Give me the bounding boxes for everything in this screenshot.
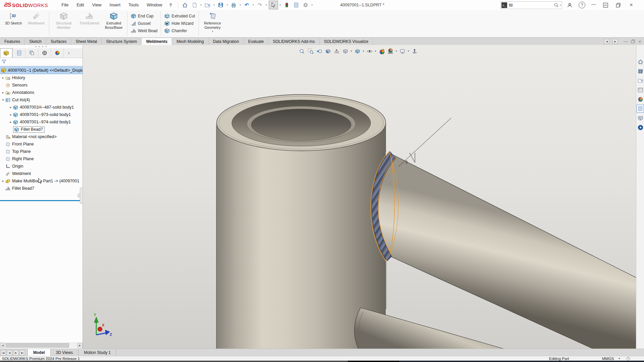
tab-model[interactable]: Model xyxy=(28,349,51,356)
expand-arrow[interactable]: ▸ xyxy=(1,179,5,183)
tree-item-origin[interactable]: Origin xyxy=(0,163,83,170)
close-window-button[interactable]: × xyxy=(628,0,635,10)
view-orientation-icon[interactable] xyxy=(341,47,350,55)
settings-dropdown-caret[interactable]: ▾ xyxy=(311,4,314,6)
weld-annotation[interactable]: 3 xyxy=(398,118,451,167)
search-box[interactable]: >_ ▾ xyxy=(500,1,562,9)
design-library-icon[interactable] xyxy=(637,67,644,75)
tree-item-annotations[interactable]: ▸Annotations xyxy=(0,89,83,96)
search-icon[interactable] xyxy=(554,3,559,8)
collapse-pane-left-icon[interactable]: ◀ xyxy=(604,39,609,44)
section-view-icon[interactable] xyxy=(324,47,332,55)
tree-item-cut-list[interactable]: ▾Cut list(4) xyxy=(0,96,83,104)
menu-window[interactable]: Window xyxy=(143,0,166,10)
taskpane-home-icon[interactable] xyxy=(637,58,644,66)
home-button[interactable] xyxy=(181,1,190,9)
tree-item-top-plane[interactable]: Top Plane xyxy=(0,148,83,155)
tree-item-solid-body-1[interactable]: ▸40097001H--487-solid body1 xyxy=(0,104,83,111)
trim-extend-button[interactable]: Trim/Extend xyxy=(77,10,102,37)
apply-scene-icon[interactable] xyxy=(386,47,394,55)
weldment-button[interactable]: Weldment xyxy=(25,10,48,37)
pin-menu-icon[interactable] xyxy=(166,1,175,9)
doc-minimize-button[interactable]: — xyxy=(624,39,628,44)
tab-mesh-modeling[interactable]: Mesh Modeling xyxy=(172,38,208,45)
previous-view-icon[interactable] xyxy=(315,47,323,55)
branch-pipe-body[interactable] xyxy=(376,153,636,349)
new-dropdown-caret[interactable]: ▾ xyxy=(200,4,203,6)
rebuild-button[interactable] xyxy=(282,1,291,9)
units-caret-icon[interactable]: ▲ xyxy=(618,357,621,359)
search-input[interactable] xyxy=(507,3,554,8)
settings-button[interactable] xyxy=(301,1,310,9)
tree-item-right-plane[interactable]: Right Plane xyxy=(0,155,83,163)
tab-motion-study-1[interactable]: Motion Study 1 xyxy=(78,349,116,356)
model-3d-view[interactable]: 3 Y X Z xyxy=(83,45,636,349)
rollback-bar[interactable] xyxy=(0,200,82,201)
graphics-viewport[interactable]: 3 Y X Z A ▾ ▾ ▾ ▾ xyxy=(83,45,636,349)
tab-solidworks-add-ins[interactable]: SOLIDWORKS Add-Ins xyxy=(268,38,319,45)
tab-features[interactable]: Features xyxy=(0,38,25,45)
undo-dropdown-caret[interactable]: ▾ xyxy=(252,4,255,6)
expand-arrow[interactable]: ▸ xyxy=(8,106,13,109)
select-dropdown-caret[interactable]: ▾ xyxy=(279,4,282,6)
filter-icon[interactable] xyxy=(1,59,7,64)
chamfer-button[interactable]: Chamfer xyxy=(162,27,197,35)
units-selector[interactable]: MMGS xyxy=(602,357,614,361)
zoom-to-area-icon[interactable] xyxy=(306,47,315,55)
zoom-to-fit-icon[interactable] xyxy=(298,47,306,55)
scroll-right-icon[interactable]: ▶ xyxy=(77,343,83,348)
tag-icon[interactable] xyxy=(626,356,631,361)
display-style-icon[interactable] xyxy=(353,47,362,55)
expand-panel-tabs-icon[interactable]: › xyxy=(64,48,74,58)
custom-properties-icon[interactable] xyxy=(637,105,644,113)
solidworks-cam-icon[interactable] xyxy=(637,123,644,131)
minimize-window-button[interactable]: — xyxy=(590,0,597,9)
expand-arrow[interactable]: ▸ xyxy=(1,91,5,94)
select-tool-button[interactable] xyxy=(269,1,278,9)
scrollbar-thumb[interactable] xyxy=(6,343,69,348)
tree-filter-row[interactable] xyxy=(0,58,83,66)
view-settings-icon[interactable] xyxy=(398,47,407,55)
open-dropdown-caret[interactable]: ▾ xyxy=(213,4,216,6)
search-dropdown-caret[interactable]: ▾ xyxy=(559,4,562,7)
reference-geometry-button[interactable]: Reference Geometry ▾ xyxy=(200,10,225,37)
doc-close-button[interactable]: × xyxy=(638,39,641,44)
structural-member-button[interactable]: Structural Member xyxy=(51,10,77,37)
collapse-arrow[interactable]: ▾ xyxy=(1,98,5,102)
tab-sketch[interactable]: Sketch xyxy=(25,38,46,45)
menu-insert[interactable]: Insert xyxy=(106,0,125,10)
solidworks-forum-icon[interactable] xyxy=(637,114,644,122)
tree-item-history[interactable]: ▸History xyxy=(0,74,83,81)
tab-3d-views[interactable]: 3D Views xyxy=(51,349,78,356)
menu-edit[interactable]: Edit xyxy=(72,0,88,10)
last-tab-icon[interactable]: ▶| xyxy=(19,350,25,356)
save-dropdown-caret[interactable]: ▾ xyxy=(226,4,229,6)
scroll-left-icon[interactable]: ◀ xyxy=(0,343,5,348)
tab-feature-tree[interactable] xyxy=(0,48,13,58)
tab-configuration-manager[interactable] xyxy=(25,48,38,58)
next-tab-icon[interactable]: ▶ xyxy=(13,350,19,356)
display-style-caret[interactable]: ▾ xyxy=(362,50,365,53)
3d-sketch-button[interactable]: 3D 3D Sketch xyxy=(2,10,25,37)
panel-collapse-handle[interactable] xyxy=(80,188,83,204)
menu-file[interactable]: File xyxy=(57,0,72,10)
collapse-pane-right-icon[interactable]: ▶ xyxy=(612,39,618,44)
tab-weldments[interactable]: Weldments xyxy=(142,38,172,45)
view-palette-icon[interactable] xyxy=(637,86,644,94)
file-explorer-icon[interactable] xyxy=(637,76,644,84)
undo-button[interactable]: ↶ xyxy=(243,1,251,9)
view-settings-caret[interactable]: ▾ xyxy=(407,50,410,53)
print-dropdown-caret[interactable]: ▾ xyxy=(239,4,242,6)
apply-scene-caret[interactable]: ▾ xyxy=(395,50,398,53)
panel-horizontal-scrollbar[interactable]: ◀ ▶ xyxy=(0,343,83,348)
expand-arrow[interactable]: ▸ xyxy=(1,76,5,79)
hide-show-items-icon[interactable] xyxy=(365,47,374,55)
view-orientation-caret[interactable]: ▾ xyxy=(350,50,353,53)
restore-window-button[interactable] xyxy=(616,3,621,8)
tree-item-front-plane[interactable]: Front Plane xyxy=(0,140,83,148)
hole-wizard-button[interactable]: Hole Wizard xyxy=(162,20,197,27)
end-cap-button[interactable]: End Cap xyxy=(129,12,159,20)
rename-edit-box[interactable]: Fillet Bead7 xyxy=(13,126,45,133)
help-icon[interactable]: ? xyxy=(579,2,585,8)
first-tab-icon[interactable]: |◀ xyxy=(0,350,6,356)
